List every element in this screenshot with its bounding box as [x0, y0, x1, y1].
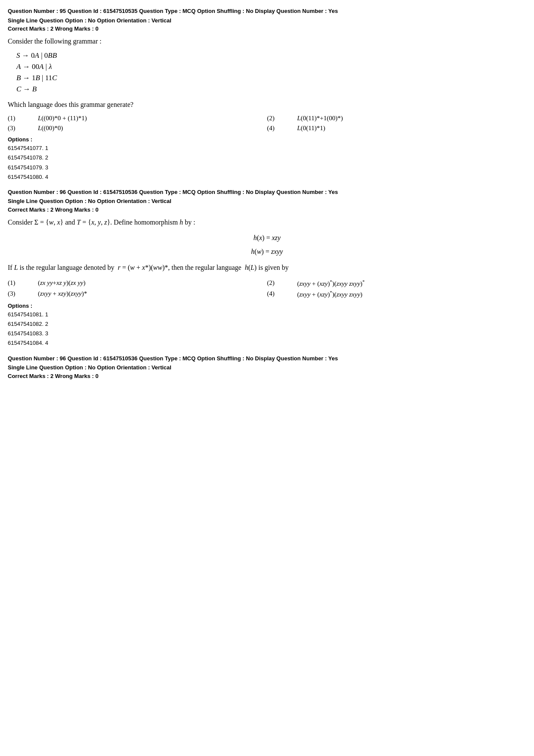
q96b-meta-line2: Single Line Question Option : No Option … — [8, 363, 526, 372]
q96a-intro: Consider Σ = {w, x} and T = {x, y, z}. D… — [8, 216, 526, 228]
page-container: Question Number : 95 Question Id : 61547… — [8, 7, 526, 379]
q96a-correct-marks: Correct Marks : 2 Wrong Marks : 0 — [8, 206, 526, 213]
q95-option-id-2: 61547541078. 2 — [8, 153, 526, 162]
q96a-option-2: (2) (zxyy + (xzy)*)(zxyy zxyy)* — [267, 279, 526, 287]
q96b-meta-line1: Question Number : 96 Question Id : 61547… — [8, 354, 526, 363]
q95-option-id-1: 61547541077. 1 — [8, 144, 526, 153]
q95-option-id-3: 61547541079. 3 — [8, 163, 526, 172]
q96a-options-label: Options : — [8, 303, 526, 309]
q95-options-grid: (1) L((00)*0 + (11)*1) (2) L(0(11)*+1(00… — [8, 115, 526, 132]
q96a-meta-line2: Single Line Question Option : No Option … — [8, 197, 526, 206]
question-95: Question Number : 95 Question Id : 61547… — [8, 7, 526, 182]
q96a-options-grid: (1) (zx yy+xz y)(zx yy) (2) (zxyy + (xzy… — [8, 279, 526, 298]
q95-grammar-2: A → 00A | λ — [16, 62, 526, 71]
q95-intro: Consider the following grammar : — [8, 35, 526, 47]
q96a-option-id-4: 61547541084. 4 — [8, 338, 526, 348]
q95-option-3: (3) L((00)*0) — [8, 125, 267, 132]
q96a-option-id-3: 61547541083. 3 — [8, 329, 526, 338]
q96b-correct-marks: Correct Marks : 2 Wrong Marks : 0 — [8, 373, 526, 379]
q95-option-4: (4) L(0(11)*1) — [267, 125, 526, 132]
q95-option-2: (2) L(0(11)*+1(00)*) — [267, 115, 526, 122]
q95-grammar-4: C → B — [16, 85, 526, 94]
q96a-math-hx: h(x) = xzy — [8, 234, 526, 242]
q96a-option-ids: 61547541081. 1 61547541082. 2 6154754108… — [8, 310, 526, 348]
q96a-option-id-2: 61547541082. 2 — [8, 319, 526, 329]
q96a-option-3: (3) (zxyy + xzy)(zxyy)* — [8, 290, 267, 298]
q95-meta-line2: Single Line Question Option : No Option … — [8, 16, 526, 25]
q96a-body-text: If L is the regular language denoted by … — [8, 262, 526, 273]
q95-correct-marks: Correct Marks : 2 Wrong Marks : 0 — [8, 25, 526, 32]
q95-option-1: (1) L((00)*0 + (11)*1) — [8, 115, 267, 122]
q95-meta-line1: Question Number : 95 Question Id : 61547… — [8, 7, 526, 16]
question-96b: Question Number : 96 Question Id : 61547… — [8, 354, 526, 379]
q95-option-id-4: 61547541080. 4 — [8, 172, 526, 182]
q95-option-ids: 61547541077. 1 61547541078. 2 6154754107… — [8, 144, 526, 181]
q96a-math-hw: h(w) = zxyy — [8, 248, 526, 256]
q96a-option-id-1: 61547541081. 1 — [8, 310, 526, 319]
q95-options-label: Options : — [8, 136, 526, 143]
q96a-option-4: (4) (zxyy + (xzy)*)(zxyy zxyy) — [267, 290, 526, 298]
q95-question-text: Which language does this grammar generat… — [8, 99, 526, 110]
q96a-option-1: (1) (zx yy+xz y)(zx yy) — [8, 279, 267, 287]
q96a-meta-line1: Question Number : 96 Question Id : 61547… — [8, 188, 526, 197]
question-96a: Question Number : 96 Question Id : 61547… — [8, 188, 526, 348]
q95-grammar-1: S → 0A | 0BB — [16, 51, 526, 60]
q95-grammar-3: B → 1B | 11C — [16, 74, 526, 82]
